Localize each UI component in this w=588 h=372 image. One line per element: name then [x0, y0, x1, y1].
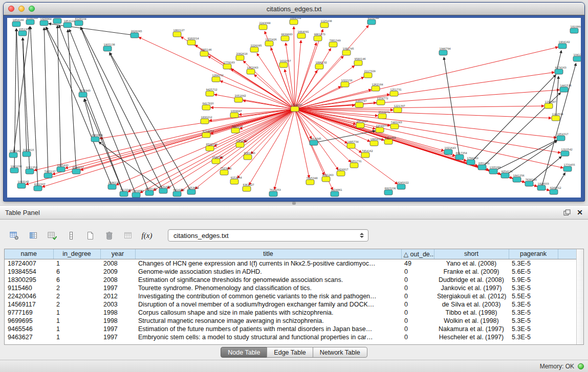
tab-edge-table[interactable]: Edge Table: [267, 347, 313, 358]
graph-edge[interactable]: [211, 107, 295, 109]
graph-edge[interactable]: [154, 109, 295, 190]
graph-node[interactable]: [12, 21, 20, 27]
edit-table-button[interactable]: [45, 228, 59, 243]
graph-node[interactable]: [361, 152, 369, 158]
cell-in_degree[interactable]: 2: [53, 284, 100, 292]
cell-pagerank[interactable]: 5.3E-5: [509, 309, 558, 317]
graph-node[interactable]: [79, 92, 87, 97]
cell-pagerank[interactable]: 5.3E-5: [509, 333, 558, 341]
graph-node[interactable]: [550, 189, 558, 194]
cell-pagerank[interactable]: 5.9E-5: [509, 276, 558, 284]
graph-node[interactable]: [75, 20, 83, 26]
select-columns-button[interactable]: [26, 228, 40, 243]
cell-out_degree[interactable]: 0: [401, 292, 434, 300]
cell-name[interactable]: 9699695: [5, 317, 53, 325]
graph-node[interactable]: [501, 173, 509, 178]
cell-title[interactable]: Tourette syndrome. Phenomenology and cla…: [135, 284, 401, 292]
graph-edge[interactable]: [84, 99, 124, 194]
cell-out_degree[interactable]: 0: [401, 268, 434, 276]
table-settings-button[interactable]: [7, 228, 21, 243]
cell-short[interactable]: Nakamura et al. (1997): [434, 325, 509, 333]
graph-node[interactable]: [384, 190, 393, 195]
graph-edge[interactable]: [13, 27, 30, 155]
cell-in_degree[interactable]: 2: [53, 292, 100, 300]
cell-title[interactable]: Investigating the contribution of common…: [135, 292, 401, 300]
graph-node[interactable]: [10, 168, 18, 173]
graph-node[interactable]: [513, 177, 521, 182]
graph-node[interactable]: [279, 62, 288, 68]
graph-node[interactable]: [342, 50, 351, 55]
cell-out_degree[interactable]: 0: [401, 309, 434, 317]
graph-node[interactable]: [322, 177, 330, 182]
table-scrollbar[interactable]: [576, 249, 583, 344]
graph-node[interactable]: [356, 123, 364, 128]
graph-node[interactable]: [200, 51, 208, 56]
cell-year[interactable]: 1997: [100, 325, 135, 333]
cell-title[interactable]: Changes of HCN gene expression and I(f) …: [135, 259, 401, 268]
graph-node[interactable]: [72, 169, 80, 174]
cell-short[interactable]: Hescheler et al. (1997): [434, 333, 509, 341]
new-table-button[interactable]: [83, 228, 97, 243]
graph-node[interactable]: [202, 105, 210, 110]
cell-title[interactable]: Disruption of a novel member of a sodium…: [135, 300, 401, 309]
graph-edge[interactable]: [110, 53, 191, 192]
cell-pagerank[interactable]: 5.5E-5: [509, 292, 558, 300]
graph-edge[interactable]: [295, 72, 554, 109]
cell-in_degree[interactable]: 1: [53, 325, 100, 333]
graph-node[interactable]: [230, 179, 238, 184]
graph-node[interactable]: [243, 186, 251, 191]
cell-pagerank[interactable]: 5.3E-5: [509, 325, 558, 333]
graph-node[interactable]: [231, 128, 239, 133]
cell-in_degree[interactable]: 6: [53, 268, 100, 276]
graph-node[interactable]: [478, 165, 486, 170]
graph-node[interactable]: [187, 40, 195, 45]
cell-short[interactable]: Yano et al. (2008): [434, 259, 509, 268]
table-row[interactable]: 1872400712008Changes of HCN gene express…: [5, 259, 576, 268]
graph-node[interactable]: [372, 86, 380, 91]
cell-title[interactable]: Estimation of the future numbers of pati…: [135, 325, 401, 333]
cell-year[interactable]: 2003: [100, 300, 135, 309]
cell-pagerank[interactable]: 5.3E-5: [509, 259, 558, 268]
cell-name[interactable]: 19384554: [5, 268, 53, 276]
table-row[interactable]: 1830029562008Estimation of significance …: [5, 276, 576, 284]
graph-node[interactable]: [250, 47, 258, 52]
graph-node[interactable]: [310, 140, 318, 145]
graph-node[interactable]: [558, 43, 567, 49]
graph-edge[interactable]: [110, 53, 177, 194]
cell-in_degree[interactable]: 1: [53, 317, 100, 325]
graph-node[interactable]: [244, 155, 252, 160]
row-strip-button[interactable]: [64, 228, 78, 243]
graph-node[interactable]: [206, 91, 214, 96]
cell-out_degree[interactable]: 0: [401, 276, 434, 284]
graph-node[interactable]: [570, 28, 578, 33]
cell-filler[interactable]: [558, 309, 576, 317]
graph-edge[interactable]: [80, 27, 149, 193]
cell-title[interactable]: Genome-wide association studies in ADHD.: [135, 268, 401, 276]
cell-filler[interactable]: [558, 276, 576, 284]
graph-edge[interactable]: [44, 28, 48, 176]
graph-node[interactable]: [130, 33, 139, 38]
graph-edge[interactable]: [254, 75, 295, 109]
cell-out_degree[interactable]: 0: [401, 284, 434, 292]
cell-filler[interactable]: [558, 325, 576, 333]
graph-node[interactable]: [573, 56, 581, 61]
table-row[interactable]: 1938455462009Genome-wide association stu…: [5, 268, 576, 276]
graph-node[interactable]: [26, 169, 34, 174]
table-row[interactable]: 969969511998Structural magnetic resonanc…: [5, 317, 576, 325]
graph-node[interactable]: [206, 146, 214, 151]
cell-filler[interactable]: [558, 300, 576, 309]
cell-name[interactable]: 9115460: [5, 284, 53, 292]
graph-node[interactable]: [234, 97, 243, 102]
table-selector[interactable]: citations_edges.txt: [168, 229, 368, 242]
graph-node[interactable]: [370, 141, 378, 146]
table-row[interactable]: 946362711997Embryonic stem cells: a mode…: [5, 333, 576, 341]
graph-edge[interactable]: [295, 109, 455, 156]
graph-node[interactable]: [545, 103, 553, 108]
cell-name[interactable]: 18724007: [5, 259, 53, 268]
cell-name[interactable]: 9463627: [5, 333, 53, 341]
cell-filler[interactable]: [558, 268, 576, 276]
cell-filler[interactable]: [558, 259, 576, 268]
table-row[interactable]: 946554611997Estimation of the future num…: [5, 325, 576, 333]
graph-node[interactable]: [63, 23, 72, 28]
graph-node[interactable]: [390, 91, 398, 96]
